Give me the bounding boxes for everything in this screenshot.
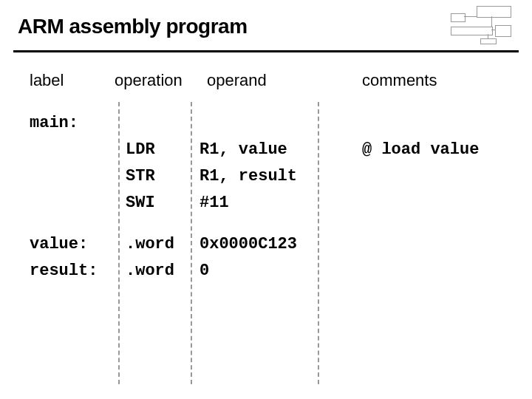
heading-rule — [13, 50, 519, 52]
op: .word — [126, 259, 174, 283]
header-operand: operand — [207, 68, 267, 92]
label-result: result: — [30, 259, 98, 283]
label-main: main: — [30, 111, 78, 135]
operand: R1, result — [200, 164, 297, 188]
operand: #11 — [200, 191, 229, 215]
op: .word — [126, 232, 174, 256]
op: LDR — [126, 137, 155, 162]
label-value: value: — [30, 232, 88, 256]
op: SWI — [126, 191, 155, 215]
code-block: main: LDR R1, value @ load value STR R1,… — [30, 111, 502, 285]
code-row: main: — [30, 111, 502, 137]
code-row: STR R1, result — [30, 164, 502, 191]
code-row: value: .word 0x0000C123 — [30, 232, 502, 259]
op: STR — [126, 164, 155, 188]
operand: 0x0000C123 — [200, 232, 297, 256]
header-comments: comments — [362, 68, 437, 92]
operand: R1, value — [200, 137, 287, 162]
header-label: label — [30, 68, 64, 92]
page-title: ARM assembly program — [18, 15, 248, 38]
code-row: LDR R1, value @ load value — [30, 137, 502, 164]
comment: @ load value — [362, 137, 479, 162]
decorative-diagram — [451, 6, 517, 41]
code-row: SWI #11 — [30, 191, 502, 217]
code-row: result: .word 0 — [30, 259, 502, 285]
operand: 0 — [200, 259, 209, 283]
header-operation: operation — [115, 68, 183, 92]
